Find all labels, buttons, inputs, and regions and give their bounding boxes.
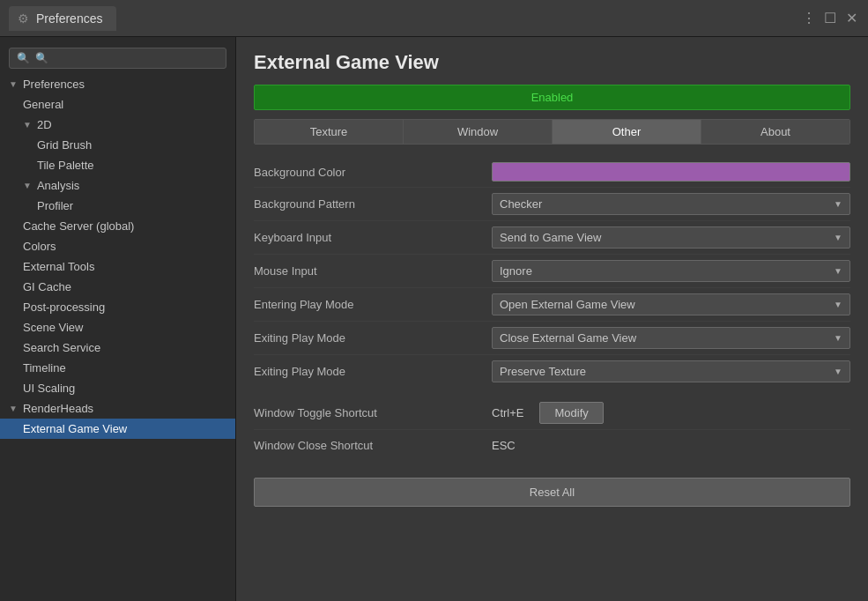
settings-row-background-pattern: Background PatternChecker▼ [254,188,850,221]
reset-all-row: Reset All [254,474,850,507]
settings-label-entering-play-mode: Entering Play Mode [254,298,492,311]
triangle-icon-2d [23,120,32,130]
settings-row-exiting-play-mode-2: Exiting Play ModePreserve Texture▼ [254,355,850,388]
dropdown-value-background-pattern: Checker [500,197,542,211]
sidebar-label-gi-cache: GI Cache [23,280,71,293]
settings-row-entering-play-mode: Entering Play ModeOpen External Game Vie… [254,288,850,322]
content-inner: External Game View Enabled TextureWindow… [236,37,868,521]
sidebar-item-general[interactable]: General [0,94,235,115]
dropdown-exiting-play-mode-2[interactable]: Preserve Texture▼ [492,360,850,382]
dropdown-arrow-exiting-play-mode-1: ▼ [834,333,842,343]
settings-label-keyboard-input: Keyboard Input [254,231,492,244]
settings-label-exiting-play-mode-2: Exiting Play Mode [254,365,492,378]
tabs-row: TextureWindowOtherAbout [254,119,850,145]
tab-other[interactable]: Other [553,120,701,144]
window-title: Preferences [36,11,102,26]
sidebar-item-post-processing[interactable]: Post-processing [0,297,235,317]
sidebar-item-colors[interactable]: Colors [0,236,235,256]
reset-all-button[interactable]: Reset All [254,478,850,507]
sidebar-section: PreferencesGeneral2DGrid BrushTile Palet… [0,74,235,439]
dropdown-value-mouse-input: Ignore [500,264,532,278]
dropdown-arrow-exiting-play-mode-2: ▼ [834,367,842,376]
sidebar-label-profiler: Profiler [37,199,73,212]
sidebar: 🔍 PreferencesGeneral2DGrid BrushTile Pal… [0,37,236,601]
search-bar: 🔍 [0,42,235,74]
sidebar-item-search-service[interactable]: Search Service [0,338,235,358]
title-bar: ⚙ Preferences ⋮ ☐ ✕ [0,0,868,37]
page-title: External Game View [254,51,850,74]
sidebar-label-preferences: Preferences [23,78,85,91]
shortcut-control-window-close-shortcut: ESC [492,439,850,452]
enabled-banner[interactable]: Enabled [254,85,850,110]
dropdown-value-exiting-play-mode-1: Close External Game View [500,331,636,345]
dropdown-keyboard-input[interactable]: Send to Game View▼ [492,226,850,249]
settings-control-entering-play-mode: Open External Game View▼ [492,293,850,315]
dropdown-mouse-input[interactable]: Ignore▼ [492,260,850,282]
maximize-button[interactable]: ☐ [822,11,838,26]
sidebar-label-renderheads: RenderHeads [23,402,93,415]
tab-texture[interactable]: Texture [255,120,404,144]
triangle-icon-analysis [23,181,32,190]
sidebar-item-profiler[interactable]: Profiler [0,196,235,216]
settings-control-background-color [492,162,850,182]
sidebar-item-analysis[interactable]: Analysis [0,175,235,196]
settings-grid: Background ColorBackground PatternChecke… [254,157,850,388]
sidebar-label-external-game-view: External Game View [23,422,127,435]
color-swatch-background-color[interactable] [492,162,850,182]
search-input[interactable] [35,52,219,64]
sidebar-item-scene-view[interactable]: Scene View [0,317,235,338]
settings-label-exiting-play-mode-1: Exiting Play Mode [254,331,492,345]
shortcut-row-window-toggle-shortcut: Window Toggle ShortcutCtrl+EModify [254,397,850,430]
close-button[interactable]: ✕ [843,11,859,26]
tab-window[interactable]: Window [404,120,553,144]
sidebar-item-external-tools[interactable]: External Tools [0,256,235,277]
search-wrapper[interactable]: 🔍 [9,48,226,69]
sidebar-item-timeline[interactable]: Timeline [0,358,235,378]
settings-control-keyboard-input: Send to Game View▼ [492,226,850,249]
sidebar-item-renderheads[interactable]: RenderHeads [0,398,235,419]
settings-control-mouse-input: Ignore▼ [492,260,850,282]
sidebar-item-external-game-view[interactable]: External Game View [0,419,235,439]
settings-divider [254,388,850,397]
triangle-icon-renderheads [9,404,18,413]
sidebar-label-post-processing: Post-processing [23,300,105,314]
settings-control-exiting-play-mode-2: Preserve Texture▼ [492,360,850,382]
sidebar-label-2d: 2D [37,118,52,131]
sidebar-label-tile-palette: Tile Palette [37,159,94,172]
shortcut-value-window-toggle-shortcut: Ctrl+E [492,406,523,419]
sidebar-item-gi-cache[interactable]: GI Cache [0,277,235,297]
settings-row-mouse-input: Mouse InputIgnore▼ [254,255,850,288]
sidebar-item-grid-brush[interactable]: Grid Brush [0,135,235,155]
sidebar-label-grid-brush: Grid Brush [37,138,92,152]
more-options-button[interactable]: ⋮ [801,11,817,26]
settings-control-exiting-play-mode-1: Close External Game View▼ [492,327,850,349]
dropdown-value-keyboard-input: Send to Game View [500,231,601,244]
sidebar-item-cache-server[interactable]: Cache Server (global) [0,216,235,236]
tab-about[interactable]: About [701,120,849,144]
sidebar-label-ui-scaling: UI Scaling [23,382,75,395]
modify-button-window-toggle-shortcut[interactable]: Modify [539,402,603,424]
dropdown-entering-play-mode[interactable]: Open External Game View▼ [492,293,850,315]
dropdown-arrow-background-pattern: ▼ [834,199,842,209]
gear-icon: ⚙ [18,11,29,26]
shortcut-control-window-toggle-shortcut: Ctrl+EModify [492,402,850,424]
sidebar-label-search-service: Search Service [23,341,100,354]
dropdown-arrow-mouse-input: ▼ [834,266,842,276]
settings-label-background-pattern: Background Pattern [254,197,492,211]
settings-row-background-color: Background Color [254,157,850,188]
title-bar-tab: ⚙ Preferences [9,6,116,31]
sidebar-label-cache-server: Cache Server (global) [23,219,134,233]
sidebar-item-tile-palette[interactable]: Tile Palette [0,155,235,175]
sidebar-item-preferences[interactable]: Preferences [0,74,235,94]
dropdown-value-exiting-play-mode-2: Preserve Texture [500,365,586,378]
sidebar-item-2d[interactable]: 2D [0,115,235,135]
sidebar-label-general: General [23,98,63,111]
settings-label-mouse-input: Mouse Input [254,264,492,278]
dropdown-exiting-play-mode-1[interactable]: Close External Game View▼ [492,327,850,349]
sidebar-item-ui-scaling[interactable]: UI Scaling [0,378,235,398]
dropdown-background-pattern[interactable]: Checker▼ [492,193,850,215]
content-area: External Game View Enabled TextureWindow… [236,37,868,601]
sidebar-label-external-tools: External Tools [23,260,94,273]
settings-row-exiting-play-mode-1: Exiting Play ModeClose External Game Vie… [254,322,850,355]
shortcut-row-window-close-shortcut: Window Close ShortcutESC [254,430,850,460]
